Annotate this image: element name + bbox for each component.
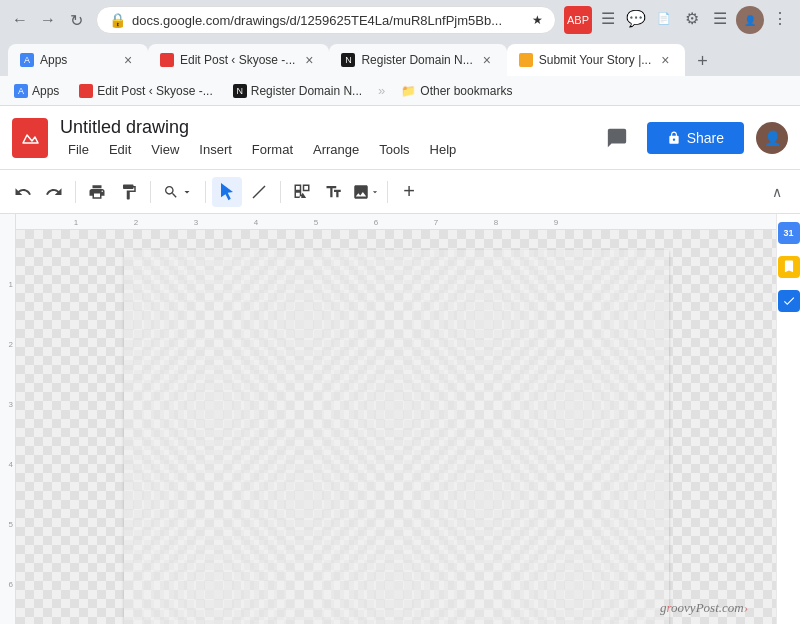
share-button[interactable]: Share bbox=[647, 122, 744, 154]
menu-file[interactable]: File bbox=[60, 140, 97, 159]
menu-help[interactable]: Help bbox=[422, 140, 465, 159]
more-button[interactable]: ⋮ bbox=[768, 6, 792, 30]
print-icon bbox=[88, 183, 106, 201]
tab-edit-post[interactable]: Edit Post ‹ Skyose -... × bbox=[148, 44, 329, 76]
collapse-button[interactable]: ∧ bbox=[762, 177, 792, 207]
tab-edit-post-label: Edit Post ‹ Skyose -... bbox=[180, 53, 295, 67]
drawing-canvas[interactable]: groovyPost.com› bbox=[16, 230, 776, 624]
toolbar-sep-1 bbox=[75, 181, 76, 203]
extensions-button[interactable]: ABP bbox=[564, 6, 592, 34]
bookmark-edit-favicon bbox=[79, 84, 93, 98]
star-icon[interactable]: ★ bbox=[532, 13, 543, 27]
redo-button[interactable] bbox=[39, 177, 69, 207]
wechat-button[interactable]: 💬 bbox=[624, 6, 648, 30]
browser-actions: ABP ☰ 💬 📄 ⚙ ☰ 👤 ⋮ bbox=[564, 6, 792, 34]
ruler-num-left-4: 4 bbox=[9, 460, 13, 469]
menu-view[interactable]: View bbox=[143, 140, 187, 159]
ruler-num-left-6: 6 bbox=[9, 580, 13, 589]
cursor-icon bbox=[218, 183, 236, 201]
sidebar-button[interactable]: ☰ bbox=[708, 6, 732, 30]
bookmark-apps[interactable]: A Apps bbox=[8, 82, 65, 100]
tabs-bar: A Apps × Edit Post ‹ Skyose -... × N Reg… bbox=[0, 40, 800, 76]
tab-apps-close[interactable]: × bbox=[120, 52, 136, 68]
text-button[interactable] bbox=[319, 177, 349, 207]
tasks-sidebar-icon[interactable] bbox=[778, 290, 800, 312]
app-menu: File Edit View Insert Format Arrange Too… bbox=[60, 140, 599, 159]
ruler-marks-left: 1 2 3 4 5 6 7 bbox=[0, 214, 15, 624]
app-title[interactable]: Untitled drawing bbox=[60, 117, 599, 138]
tab-register[interactable]: N Register Domain N... × bbox=[329, 44, 506, 76]
tab-register-close[interactable]: × bbox=[479, 52, 495, 68]
share-label: Share bbox=[687, 130, 724, 146]
ruler-num-top-2: 2 bbox=[134, 218, 138, 227]
tab-edit-post-close[interactable]: × bbox=[301, 52, 317, 68]
bookmark-register[interactable]: N Register Domain N... bbox=[227, 82, 368, 100]
menu-insert[interactable]: Insert bbox=[191, 140, 240, 159]
toolbar: + ∧ bbox=[0, 170, 800, 214]
keep-sidebar-icon[interactable] bbox=[778, 256, 800, 278]
back-button[interactable]: ← bbox=[8, 8, 32, 32]
menu-button1[interactable]: ☰ bbox=[596, 6, 620, 30]
undo-button[interactable] bbox=[8, 177, 38, 207]
right-sidebar: 31 bbox=[776, 214, 800, 624]
bookmark-apps-label: Apps bbox=[32, 84, 59, 98]
zoom-button[interactable] bbox=[157, 182, 199, 202]
left-ruler: 1 2 3 4 5 6 7 bbox=[0, 214, 16, 624]
line-icon bbox=[250, 183, 268, 201]
ruler-num-top-3: 3 bbox=[194, 218, 198, 227]
tab-submit-close[interactable]: × bbox=[657, 52, 673, 68]
bookmark-other[interactable]: 📁 Other bookmarks bbox=[395, 82, 518, 100]
redo-icon bbox=[45, 183, 63, 201]
bookmark-edit-post[interactable]: Edit Post ‹ Skyose -... bbox=[73, 82, 218, 100]
folder-icon: 📁 bbox=[401, 84, 416, 98]
profile-avatar-nav[interactable]: 👤 bbox=[736, 6, 764, 34]
new-tab-button[interactable]: + bbox=[693, 47, 712, 76]
line-button[interactable] bbox=[244, 177, 274, 207]
calendar-sidebar-icon[interactable]: 31 bbox=[778, 222, 800, 244]
menu-edit[interactable]: Edit bbox=[101, 140, 139, 159]
nav-buttons: ← → ↻ bbox=[8, 8, 88, 32]
canvas-paper[interactable] bbox=[124, 250, 669, 624]
print-button[interactable] bbox=[82, 177, 112, 207]
puzzle-button[interactable]: ⚙ bbox=[680, 6, 704, 30]
forward-button[interactable]: → bbox=[36, 8, 60, 32]
ruler-num-left-3: 3 bbox=[9, 400, 13, 409]
tab-apps-favicon: A bbox=[20, 53, 34, 67]
tab-register-label: Register Domain N... bbox=[361, 53, 472, 67]
shapes-button[interactable] bbox=[287, 177, 317, 207]
user-avatar[interactable]: 👤 bbox=[756, 122, 788, 154]
app-title-area: Untitled drawing File Edit View Insert F… bbox=[60, 117, 599, 159]
ruler-num-top-9: 9 bbox=[554, 218, 558, 227]
paint-button[interactable] bbox=[114, 177, 144, 207]
tab-submit-favicon bbox=[519, 53, 533, 67]
refresh-button[interactable]: ↻ bbox=[64, 8, 88, 32]
watermark: groovyPost.com› bbox=[660, 600, 748, 616]
menu-tools[interactable]: Tools bbox=[371, 140, 417, 159]
menu-arrange[interactable]: Arrange bbox=[305, 140, 367, 159]
tab-apps[interactable]: A Apps × bbox=[8, 44, 148, 76]
docs-button[interactable]: 📄 bbox=[652, 6, 676, 30]
other-bookmarks-label: Other bookmarks bbox=[420, 84, 512, 98]
watermark-text: groovyPost.com› bbox=[660, 600, 748, 615]
menu-format[interactable]: Format bbox=[244, 140, 301, 159]
toolbar-history-group bbox=[8, 177, 69, 207]
app-header: Untitled drawing File Edit View Insert F… bbox=[0, 106, 800, 170]
image-button[interactable] bbox=[351, 177, 381, 207]
toolbar-sep-5 bbox=[387, 181, 388, 203]
address-bar[interactable]: 🔒 docs.google.com/drawings/d/1259625TE4L… bbox=[96, 6, 556, 34]
tab-submit[interactable]: Submit Your Story |... × bbox=[507, 44, 686, 76]
lock-share-icon bbox=[667, 131, 681, 145]
textbox-icon bbox=[325, 183, 343, 201]
comment-button[interactable] bbox=[599, 120, 635, 156]
ruler-num-top-4: 4 bbox=[254, 218, 258, 227]
add-button[interactable]: + bbox=[394, 177, 424, 207]
image-icon bbox=[352, 183, 370, 201]
shapes-icon bbox=[293, 183, 311, 201]
tasks-icon bbox=[782, 294, 796, 308]
bookmarks-bar: A Apps Edit Post ‹ Skyose -... N Registe… bbox=[0, 76, 800, 106]
url-text: docs.google.com/drawings/d/1259625TE4La/… bbox=[132, 13, 526, 28]
zoom-dropdown[interactable] bbox=[157, 182, 199, 202]
select-button[interactable] bbox=[212, 177, 242, 207]
bookmarks-separator: » bbox=[378, 83, 385, 98]
app-logo bbox=[12, 118, 48, 158]
